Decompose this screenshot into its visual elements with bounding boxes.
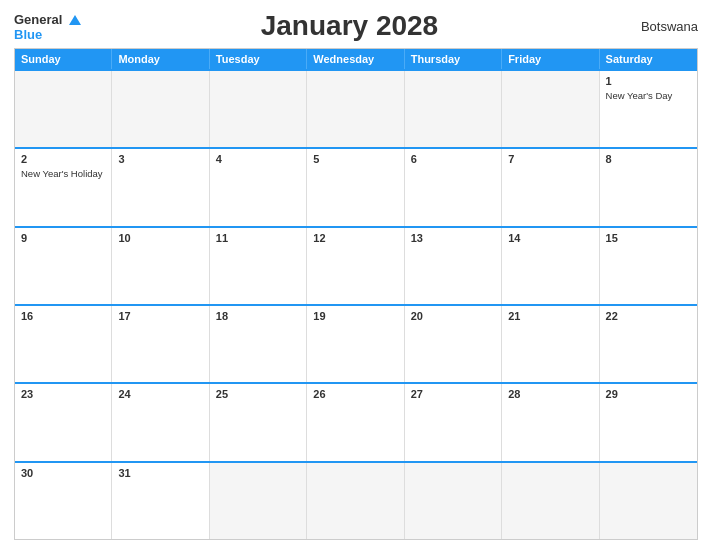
day-cell: 2New Year's Holiday bbox=[15, 149, 112, 225]
day-number: 15 bbox=[606, 232, 691, 244]
day-cell bbox=[307, 463, 404, 539]
day-number: 26 bbox=[313, 388, 397, 400]
country-label: Botswana bbox=[618, 19, 698, 34]
calendar-container: General Blue January 2028 Botswana Sunda… bbox=[0, 0, 712, 550]
day-number: 1 bbox=[606, 75, 691, 87]
day-cell: 25 bbox=[210, 384, 307, 460]
day-cell: 22 bbox=[600, 306, 697, 382]
day-cell bbox=[405, 463, 502, 539]
logo: General Blue bbox=[14, 10, 81, 42]
day-cell: 13 bbox=[405, 228, 502, 304]
day-cell bbox=[502, 463, 599, 539]
day-number: 13 bbox=[411, 232, 495, 244]
day-cell bbox=[307, 71, 404, 147]
day-number: 17 bbox=[118, 310, 202, 322]
holiday-name: New Year's Day bbox=[606, 90, 673, 101]
day-number: 10 bbox=[118, 232, 202, 244]
day-cell: 29 bbox=[600, 384, 697, 460]
logo-triangle-icon bbox=[69, 15, 81, 25]
day-number: 23 bbox=[21, 388, 105, 400]
day-cell: 23 bbox=[15, 384, 112, 460]
day-number: 30 bbox=[21, 467, 105, 479]
day-number: 20 bbox=[411, 310, 495, 322]
day-cell: 21 bbox=[502, 306, 599, 382]
day-cell: 31 bbox=[112, 463, 209, 539]
header: General Blue January 2028 Botswana bbox=[14, 10, 698, 42]
day-number: 21 bbox=[508, 310, 592, 322]
day-header-sunday: Sunday bbox=[15, 49, 112, 69]
day-cell: 24 bbox=[112, 384, 209, 460]
day-cell: 15 bbox=[600, 228, 697, 304]
weeks-container: 1New Year's Day2New Year's Holiday345678… bbox=[15, 69, 697, 539]
day-number: 29 bbox=[606, 388, 691, 400]
day-header-monday: Monday bbox=[112, 49, 209, 69]
day-cell: 6 bbox=[405, 149, 502, 225]
day-number: 12 bbox=[313, 232, 397, 244]
day-number: 18 bbox=[216, 310, 300, 322]
day-cell: 9 bbox=[15, 228, 112, 304]
day-header-tuesday: Tuesday bbox=[210, 49, 307, 69]
day-number: 9 bbox=[21, 232, 105, 244]
day-number: 19 bbox=[313, 310, 397, 322]
day-cell: 7 bbox=[502, 149, 599, 225]
day-number: 5 bbox=[313, 153, 397, 165]
calendar-grid: SundayMondayTuesdayWednesdayThursdayFrid… bbox=[14, 48, 698, 540]
week-row-6: 3031 bbox=[15, 461, 697, 539]
day-number: 2 bbox=[21, 153, 105, 165]
day-cell bbox=[502, 71, 599, 147]
day-cell bbox=[15, 71, 112, 147]
day-cell bbox=[600, 463, 697, 539]
day-cell: 5 bbox=[307, 149, 404, 225]
day-cell bbox=[210, 463, 307, 539]
day-cell bbox=[112, 71, 209, 147]
day-cell: 1New Year's Day bbox=[600, 71, 697, 147]
day-number: 24 bbox=[118, 388, 202, 400]
day-number: 14 bbox=[508, 232, 592, 244]
day-number: 31 bbox=[118, 467, 202, 479]
day-number: 7 bbox=[508, 153, 592, 165]
day-cell: 30 bbox=[15, 463, 112, 539]
day-header-thursday: Thursday bbox=[405, 49, 502, 69]
day-number: 8 bbox=[606, 153, 691, 165]
day-cell: 12 bbox=[307, 228, 404, 304]
calendar-title: January 2028 bbox=[81, 10, 618, 42]
day-cell: 10 bbox=[112, 228, 209, 304]
day-cell: 26 bbox=[307, 384, 404, 460]
week-row-5: 23242526272829 bbox=[15, 382, 697, 460]
day-number: 3 bbox=[118, 153, 202, 165]
day-number: 25 bbox=[216, 388, 300, 400]
logo-blue: Blue bbox=[14, 28, 81, 42]
day-cell: 11 bbox=[210, 228, 307, 304]
holiday-name: New Year's Holiday bbox=[21, 168, 103, 179]
day-number: 6 bbox=[411, 153, 495, 165]
day-number: 28 bbox=[508, 388, 592, 400]
day-cell: 4 bbox=[210, 149, 307, 225]
day-cell: 27 bbox=[405, 384, 502, 460]
day-header-wednesday: Wednesday bbox=[307, 49, 404, 69]
day-number: 4 bbox=[216, 153, 300, 165]
day-headers-row: SundayMondayTuesdayWednesdayThursdayFrid… bbox=[15, 49, 697, 69]
day-header-saturday: Saturday bbox=[600, 49, 697, 69]
week-row-3: 9101112131415 bbox=[15, 226, 697, 304]
logo-general: General bbox=[14, 12, 62, 27]
day-cell: 3 bbox=[112, 149, 209, 225]
day-cell: 16 bbox=[15, 306, 112, 382]
week-row-2: 2New Year's Holiday345678 bbox=[15, 147, 697, 225]
day-number: 11 bbox=[216, 232, 300, 244]
day-cell bbox=[405, 71, 502, 147]
day-cell: 20 bbox=[405, 306, 502, 382]
day-number: 16 bbox=[21, 310, 105, 322]
day-cell bbox=[210, 71, 307, 147]
logo-text: General bbox=[14, 10, 81, 28]
week-row-4: 16171819202122 bbox=[15, 304, 697, 382]
day-cell: 14 bbox=[502, 228, 599, 304]
day-cell: 8 bbox=[600, 149, 697, 225]
day-cell: 28 bbox=[502, 384, 599, 460]
day-number: 27 bbox=[411, 388, 495, 400]
day-cell: 19 bbox=[307, 306, 404, 382]
day-cell: 17 bbox=[112, 306, 209, 382]
week-row-1: 1New Year's Day bbox=[15, 69, 697, 147]
day-header-friday: Friday bbox=[502, 49, 599, 69]
day-cell: 18 bbox=[210, 306, 307, 382]
day-number: 22 bbox=[606, 310, 691, 322]
